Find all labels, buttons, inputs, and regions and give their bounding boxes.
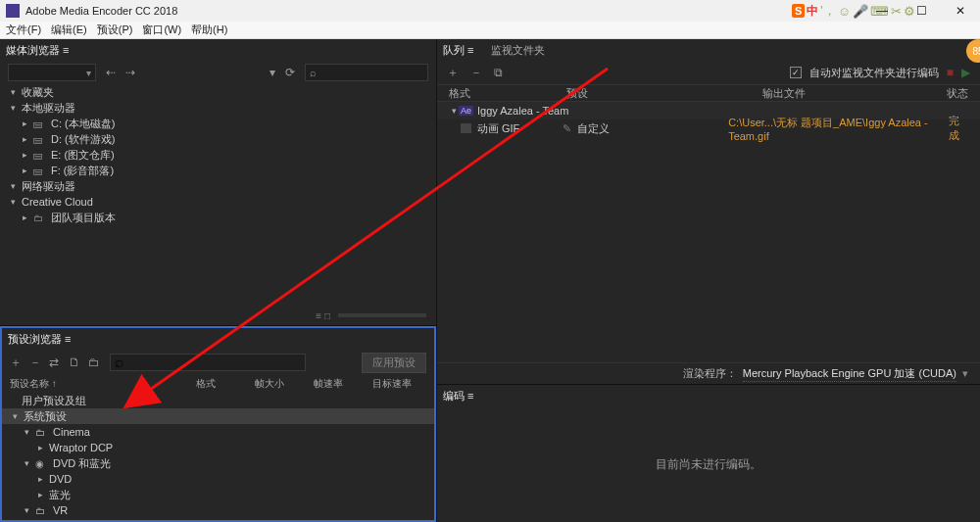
menu-preset[interactable]: 预设(P) xyxy=(97,23,133,37)
preset-wraptor[interactable]: ▸Wraptor DCP xyxy=(2,440,434,455)
menu-file[interactable]: 文件(F) xyxy=(6,23,41,37)
queue-toolbar: ＋ － ⧉ ✓ 自动对监视文件夹进行编码 ■ ▶ xyxy=(437,61,980,84)
edit-icon[interactable]: ✎ xyxy=(563,122,571,135)
preset-header-name[interactable]: 预设名称 ↑ xyxy=(10,377,196,391)
preset-search-field[interactable] xyxy=(124,357,301,368)
preset-browser-tab[interactable]: 预设浏览器 ≡ xyxy=(8,332,74,347)
preset-dvdbd[interactable]: ▾◉DVD 和蓝光 xyxy=(2,455,434,471)
tree-local-drives[interactable]: ▾本地驱动器 xyxy=(0,100,436,116)
preset-system[interactable]: ▾系统预设 xyxy=(2,408,434,424)
minimize-button[interactable]: — xyxy=(862,0,902,22)
tree-drive-f[interactable]: ▸🖴F: (影音部落) xyxy=(0,163,436,178)
queue-add-icon[interactable]: ＋ xyxy=(447,65,459,81)
menu-help[interactable]: 帮助(H) xyxy=(191,23,227,37)
preset-headers: 预设名称 ↑ 格式 帧大小 帧速率 目标速率 xyxy=(2,375,434,393)
preset-tree[interactable]: 用户预设及组 ▾系统预设 ▾🗀Cinema ▸Wraptor DCP ▾◉DVD… xyxy=(2,393,434,520)
media-search-field[interactable] xyxy=(317,68,424,78)
media-browser-tab[interactable]: 媒体浏览器 ≡ xyxy=(6,43,73,58)
queue-item-check-icon[interactable] xyxy=(461,123,471,133)
tab-watch-folders[interactable]: 监视文件夹 xyxy=(491,43,545,58)
media-body: ▾收藏夹 ▾本地驱动器 ▸🖴C: (本地磁盘) ▸🖴D: (软件游戏) ▸🖴E:… xyxy=(0,84,436,325)
app-icon xyxy=(6,4,20,18)
tree-network-drives[interactable]: ▾网络驱动器 xyxy=(0,178,436,194)
auto-encode-checkbox[interactable]: ✓ xyxy=(790,67,802,78)
tab-queue[interactable]: 队列 ≡ xyxy=(443,43,477,58)
encode-tabs: 编码 ≡ xyxy=(437,385,980,406)
search-icon: ⌕ xyxy=(310,67,317,78)
queue-header-status[interactable]: 状态 xyxy=(929,86,968,101)
preset-sync-icon[interactable]: ⇄ xyxy=(49,356,59,369)
preset-remove-icon[interactable]: － xyxy=(29,355,41,371)
queue-item-status: 完成 xyxy=(949,114,968,143)
queue-item-preset[interactable]: 自定义 xyxy=(577,121,728,136)
play-button-icon[interactable]: ▶ xyxy=(961,66,970,79)
close-button[interactable]: ✕ xyxy=(941,0,980,22)
queue-tabs: 队列 ≡ 监视文件夹 xyxy=(437,39,980,61)
queue-group-name: Iggy Azalea - Team xyxy=(477,105,568,117)
thumb-size-icon[interactable]: ≡ □ xyxy=(316,310,330,321)
tree-favorites[interactable]: ▾收藏夹 xyxy=(0,84,436,100)
ingest-icon[interactable]: ⟳ xyxy=(285,66,295,79)
tree-drive-d[interactable]: ▸🖴D: (软件游戏) xyxy=(0,131,436,147)
filter-icon[interactable]: ▾ xyxy=(270,66,275,79)
thumb-zoom-slider[interactable] xyxy=(338,313,426,317)
preset-user-group[interactable]: 用户预设及组 xyxy=(2,393,434,408)
queue-item-row[interactable]: 动画 GIF ✎ 自定义 C:\User...\无标 题项目_AME\Iggy … xyxy=(437,119,980,137)
ime-smile-icon[interactable]: ☺ xyxy=(838,4,851,19)
queue-remove-icon[interactable]: － xyxy=(470,65,482,81)
tree-drive-e[interactable]: ▸🖴E: (图文仓库) xyxy=(0,147,436,163)
preset-search-input[interactable]: ⌕ xyxy=(110,354,306,371)
preset-header-target[interactable]: 目标速率 xyxy=(372,377,426,391)
queue-item-output[interactable]: C:\User...\无标 题项目_AME\Iggy Azalea - Team… xyxy=(728,116,949,142)
queue-header-format[interactable]: 格式 xyxy=(449,86,566,101)
menu-edit[interactable]: 编辑(E) xyxy=(51,23,87,37)
media-browser-tabs: 媒体浏览器 ≡ xyxy=(0,39,436,61)
apply-preset-button[interactable]: 应用预设 xyxy=(362,353,426,373)
render-engine-row: 渲染程序： Mercury Playback Engine GPU 加速 (CU… xyxy=(437,362,980,384)
stop-button-icon[interactable]: ■ xyxy=(947,66,954,79)
preset-header-size[interactable]: 帧大小 xyxy=(255,377,314,391)
encode-panel: 编码 ≡ 目前尚未进行编码。 xyxy=(437,385,980,522)
nav-back-icon[interactable]: ⇠ xyxy=(106,66,116,79)
sogou-icon[interactable]: S xyxy=(792,4,805,18)
media-toolbar: ▾ ⇠ ⇢ ▾ ⟳ ⌕ xyxy=(0,61,436,84)
preset-cinema[interactable]: ▾🗀Cinema xyxy=(2,424,434,440)
media-tree[interactable]: ▾收藏夹 ▾本地驱动器 ▸🖴C: (本地磁盘) ▸🖴D: (软件游戏) ▸🖴E:… xyxy=(0,84,436,225)
queue-header-preset[interactable]: 预设 xyxy=(566,86,762,101)
right-column: 队列 ≡ 监视文件夹 ＋ － ⧉ ✓ 自动对监视文件夹进行编码 ■ ▶ 格式 预… xyxy=(437,39,980,522)
preset-browser-tabs: 预设浏览器 ≡ xyxy=(2,328,434,350)
queue-duplicate-icon[interactable]: ⧉ xyxy=(494,66,503,79)
ime-cn-icon[interactable]: 中 xyxy=(807,3,818,20)
preset-new-folder-icon[interactable]: 🗀 xyxy=(88,356,100,369)
preset-header-fps[interactable]: 帧速率 xyxy=(314,377,372,391)
queue-header-output[interactable]: 输出文件 xyxy=(762,86,929,101)
tree-team-projects[interactable]: ▸🗀团队项目版本 xyxy=(0,210,436,225)
preset-add-icon[interactable]: ＋ xyxy=(10,355,22,371)
media-search-input[interactable]: ⌕ xyxy=(305,64,429,81)
menu-window[interactable]: 窗口(W) xyxy=(142,23,181,37)
media-footer: ≡ □ xyxy=(0,306,436,325)
preset-toolbar: ＋ － ⇄ 🗋 🗀 ⌕ 应用预设 xyxy=(2,350,434,375)
preset-header-format[interactable]: 格式 xyxy=(196,377,255,391)
tree-creative-cloud[interactable]: ▾Creative Cloud xyxy=(0,194,436,210)
tree-drive-c[interactable]: ▸🖴C: (本地磁盘) xyxy=(0,116,436,131)
encode-body-empty: 目前尚未进行编码。 xyxy=(437,406,980,522)
preset-browser-panel: 预设浏览器 ≡ ＋ － ⇄ 🗋 🗀 ⌕ 应用预设 预设名称 xyxy=(0,326,436,522)
media-filter-select[interactable]: ▾ xyxy=(8,64,96,81)
queue-panel: 队列 ≡ 监视文件夹 ＋ － ⧉ ✓ 自动对监视文件夹进行编码 ■ ▶ 格式 预… xyxy=(437,39,980,385)
render-engine-label: 渲染程序： xyxy=(683,366,737,381)
ime-punct-icon[interactable]: '， xyxy=(820,2,835,20)
preset-vr[interactable]: ▾🗀VR xyxy=(2,502,434,518)
chevron-down-icon[interactable]: ▾ xyxy=(962,367,968,380)
preset-new-preset-icon[interactable]: 🗋 xyxy=(69,356,80,369)
preset-bd[interactable]: ▸蓝光 xyxy=(2,487,434,502)
preset-dvd[interactable]: ▸DVD xyxy=(2,471,434,487)
queue-headers: 格式 预设 输出文件 状态 xyxy=(437,84,980,102)
preset-h264[interactable]: ▸H.264 xyxy=(2,518,434,520)
maximize-button[interactable]: ☐ xyxy=(902,0,941,22)
tab-encode[interactable]: 编码 ≡ xyxy=(443,389,477,403)
nav-forward-icon[interactable]: ⇢ xyxy=(125,66,135,79)
queue-item-format[interactable]: 动画 GIF xyxy=(477,121,563,136)
media-browser-panel: 媒体浏览器 ≡ ▾ ⇠ ⇢ ▾ ⟳ ⌕ ▾收藏夹 ▾本地驱动器 ▸🖴C: (本地… xyxy=(0,39,436,326)
render-engine-select[interactable]: Mercury Playback Engine GPU 加速 (CUDA) xyxy=(743,366,956,382)
